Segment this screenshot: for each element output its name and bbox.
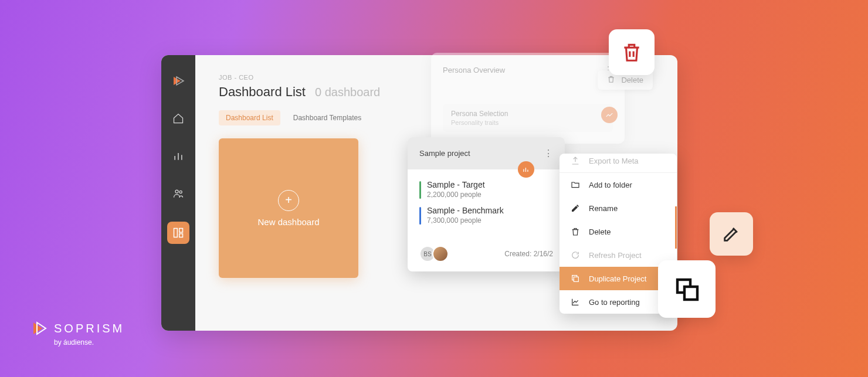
menu-label: Refresh Project — [589, 251, 642, 260]
menu-label: Delete — [589, 227, 611, 236]
chart-line-icon — [570, 297, 581, 307]
svg-rect-6 — [179, 229, 183, 233]
page-title: Dashboard List — [219, 84, 306, 100]
tab-dashboard-list[interactable]: Dashboard List — [219, 110, 280, 125]
svg-rect-5 — [174, 229, 178, 237]
copy-float-button[interactable] — [658, 260, 716, 318]
persona-trait-label: Personality traits — [451, 119, 605, 126]
menu-label: Export to Meta — [589, 157, 639, 165]
trash-float-button[interactable] — [609, 29, 655, 75]
refresh-icon — [570, 250, 581, 260]
menu-label: Add to folder — [589, 181, 632, 189]
new-dashboard-button[interactable]: + New dashboard — [219, 138, 358, 278]
sample-project-card: Sample project ⋮ Sample - Target 2,200,0… — [408, 137, 565, 271]
indicator-bar — [419, 181, 421, 199]
trash-icon — [607, 75, 615, 85]
page-subtitle: 0 dashboard — [315, 86, 380, 99]
avatar-photo — [432, 246, 449, 262]
export-icon — [570, 156, 581, 165]
persona-title: Persona Overview — [443, 66, 505, 74]
menu-label: Go to reporting — [589, 298, 640, 307]
chart-badge-icon — [518, 161, 534, 178]
menu-rename[interactable]: Rename — [560, 196, 677, 220]
more-icon[interactable]: ⋮ — [544, 148, 553, 159]
chart-circle-icon — [601, 107, 618, 123]
svg-point-3 — [175, 190, 178, 193]
menu-delete[interactable]: Delete — [560, 220, 677, 243]
brand-logo: SOPRISM by áudiense. — [30, 320, 124, 347]
created-date: Created: 2/16/2 — [504, 250, 553, 258]
svg-rect-13 — [684, 287, 697, 300]
sample-target-name: Sample - Target — [427, 180, 485, 189]
chart-icon[interactable] — [169, 147, 188, 165]
svg-rect-11 — [574, 277, 578, 281]
sidebar — [161, 55, 195, 331]
brand-byline: by áudiense. — [54, 338, 124, 347]
sample-benchmark-people: 7,300,000 people — [427, 216, 504, 225]
persona-overview-card: Persona Overview ⋮ Delete Persona Select… — [431, 53, 625, 144]
sample-benchmark-item[interactable]: Sample - Benchmark 7,300,000 people — [419, 206, 553, 225]
dashboard-icon[interactable] — [167, 222, 189, 244]
brand-name: SOPRISM — [54, 322, 124, 335]
pencil-icon — [570, 203, 581, 213]
sample-target-item[interactable]: Sample - Target 2,200,000 people — [419, 180, 553, 199]
menu-label: Rename — [589, 204, 618, 213]
logo-icon[interactable] — [169, 72, 188, 90]
persona-selection-title: Persona Selection — [451, 110, 605, 118]
folder-icon — [570, 180, 581, 189]
svg-point-4 — [179, 191, 182, 193]
new-dashboard-label: New dashboard — [257, 217, 319, 227]
menu-export-meta[interactable]: Export to Meta — [560, 154, 677, 173]
duplicate-icon — [570, 274, 581, 283]
avatar-group: BS — [419, 246, 449, 262]
sample-benchmark-name: Sample - Benchmark — [427, 206, 504, 215]
menu-label: Duplicate Project — [589, 274, 646, 283]
sample-target-people: 2,200,000 people — [427, 191, 485, 199]
home-icon[interactable] — [169, 109, 188, 128]
logo-mark-icon — [30, 320, 48, 337]
sample-project-title: Sample project — [419, 149, 470, 158]
edit-float-button[interactable] — [710, 212, 753, 256]
users-icon[interactable] — [169, 184, 188, 203]
scrollbar[interactable] — [675, 206, 677, 249]
delete-label: Delete — [621, 76, 643, 84]
plus-icon: + — [278, 190, 299, 211]
menu-add-folder[interactable]: Add to folder — [560, 173, 677, 196]
svg-rect-7 — [179, 234, 183, 237]
indicator-bar — [419, 207, 421, 225]
tab-dashboard-templates[interactable]: Dashboard Templates — [286, 110, 369, 125]
trash-icon — [570, 227, 581, 236]
